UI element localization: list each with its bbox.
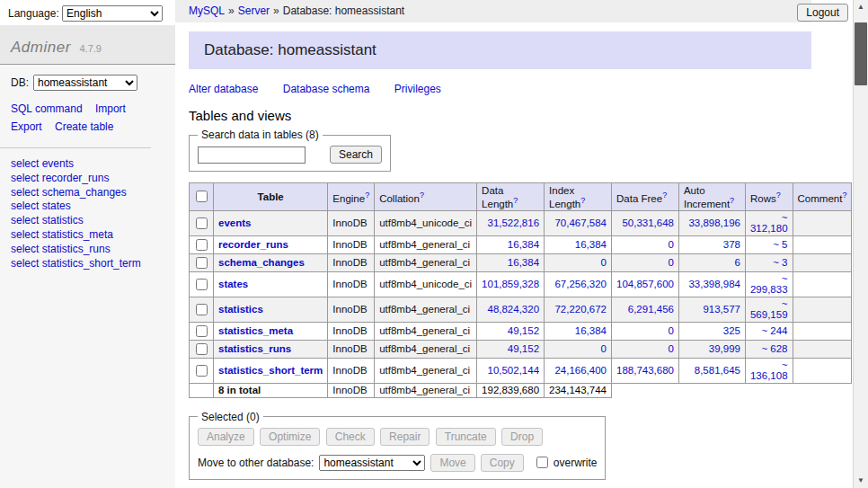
sidebar-select-states[interactable]: select states xyxy=(11,200,164,214)
language-select[interactable]: English xyxy=(62,5,163,22)
data-free-link[interactable]: 50,331,648 xyxy=(622,217,674,228)
table-name-link[interactable]: schema_changes xyxy=(218,257,305,268)
table-name-link[interactable]: statistics xyxy=(218,304,263,315)
data-free-link[interactable]: 6,291,456 xyxy=(628,304,674,315)
index-length-link[interactable]: 16,384 xyxy=(575,325,607,336)
sidebar-select-schema-changes[interactable]: select schema_changes xyxy=(11,186,164,200)
row-checkbox[interactable] xyxy=(196,304,208,315)
auto-increment-link[interactable]: 39,999 xyxy=(709,343,740,354)
rows-link[interactable]: ~ 3 xyxy=(773,257,787,268)
scrollbar-thumb[interactable] xyxy=(855,22,867,85)
data-length-link[interactable]: 49,152 xyxy=(508,343,539,354)
scroll-down-arrow-icon[interactable]: ▼ xyxy=(854,474,868,488)
sidebar-select-recorder-runs[interactable]: select recorder_runs xyxy=(11,172,164,186)
help-link[interactable]: ? xyxy=(580,196,585,205)
rows-link[interactable]: ~ 628 xyxy=(761,343,787,354)
overwrite-checkbox[interactable] xyxy=(536,457,548,468)
data-length-link[interactable]: 16,384 xyxy=(508,239,539,250)
breadcrumb-link-mysql[interactable]: MySQL xyxy=(189,4,225,17)
index-length-link[interactable]: 72,220,672 xyxy=(554,304,607,315)
rows-link[interactable]: ~ 5 xyxy=(773,239,787,250)
help-link[interactable]: ? xyxy=(513,196,518,205)
select-all-checkbox[interactable] xyxy=(196,191,208,202)
sidebar-link-import[interactable]: Import xyxy=(95,102,126,115)
truncate-button[interactable]: Truncate xyxy=(436,428,496,446)
repair-button[interactable]: Repair xyxy=(380,428,430,446)
help-link[interactable]: ? xyxy=(365,191,369,200)
data-free-link[interactable]: 0 xyxy=(669,325,674,336)
move-button[interactable]: Move xyxy=(430,454,474,472)
action-link-alter-database[interactable]: Alter database xyxy=(189,83,258,95)
row-checkbox[interactable] xyxy=(196,325,208,337)
auto-increment-link[interactable]: 913,577 xyxy=(703,304,740,315)
rows-link[interactable]: ~ 136,108 xyxy=(750,359,788,381)
help-link[interactable]: ? xyxy=(420,191,424,200)
data-length-link[interactable]: 10,502,144 xyxy=(487,365,539,376)
auto-increment-link[interactable]: 33,898,196 xyxy=(688,217,740,228)
check-button[interactable]: Check xyxy=(326,428,375,446)
data-length-link[interactable]: 48,824,320 xyxy=(487,304,539,315)
data-free-link[interactable]: 0 xyxy=(669,257,674,268)
sidebar-link-sql-command[interactable]: SQL command xyxy=(11,102,83,115)
help-link[interactable]: ? xyxy=(730,196,734,205)
row-checkbox[interactable] xyxy=(196,217,208,229)
sidebar-link-export[interactable]: Export xyxy=(11,120,42,133)
index-length-link[interactable]: 70,467,584 xyxy=(554,217,607,228)
data-free-link[interactable]: 0 xyxy=(669,343,674,354)
move-database-select[interactable]: homeassistant xyxy=(319,455,425,471)
auto-increment-link[interactable]: 8,581,645 xyxy=(695,365,740,376)
db-select[interactable]: homeassistant xyxy=(33,75,137,91)
index-length-link[interactable]: 0 xyxy=(601,257,607,268)
data-free-link[interactable]: 104,857,600 xyxy=(616,279,674,289)
table-name-link[interactable]: statistics_runs xyxy=(218,343,291,354)
table-name-link[interactable]: events xyxy=(218,217,251,228)
data-length-link[interactable]: 101,859,328 xyxy=(482,279,539,289)
row-checkbox[interactable] xyxy=(196,279,208,290)
sidebar-link-create-table[interactable]: Create table xyxy=(55,120,113,133)
index-length-link[interactable]: 67,256,320 xyxy=(554,279,607,289)
optimize-button[interactable]: Optimize xyxy=(260,428,320,446)
sidebar-select-statistics-meta[interactable]: select statistics_meta xyxy=(11,228,164,243)
row-checkbox[interactable] xyxy=(196,257,208,269)
help-link[interactable]: ? xyxy=(776,191,781,200)
help-link[interactable]: ? xyxy=(662,191,667,200)
table-name-link[interactable]: statistics_short_term xyxy=(218,365,323,376)
drop-button[interactable]: Drop xyxy=(501,428,543,446)
rows-link[interactable]: ~ 312,180 xyxy=(750,212,788,234)
sidebar-select-statistics[interactable]: select statistics xyxy=(11,214,164,228)
action-link-privileges[interactable]: Privileges xyxy=(394,83,441,95)
data-length-link[interactable]: 49,152 xyxy=(508,325,539,336)
action-link-database-schema[interactable]: Database schema xyxy=(283,83,370,95)
auto-increment-link[interactable]: 325 xyxy=(723,325,740,336)
sidebar-select-events[interactable]: select events xyxy=(11,157,164,172)
data-free-link[interactable]: 0 xyxy=(669,239,674,250)
breadcrumb-link-server[interactable]: Server xyxy=(238,4,270,17)
copy-button[interactable]: Copy xyxy=(481,454,524,472)
auto-increment-link[interactable]: 378 xyxy=(723,239,740,250)
table-name-link[interactable]: recorder_runs xyxy=(218,239,288,250)
scrollbar[interactable]: ▲ ▼ xyxy=(853,0,868,488)
table-name-link[interactable]: statistics_meta xyxy=(218,325,293,336)
help-link[interactable]: ? xyxy=(842,191,846,200)
search-input[interactable] xyxy=(198,146,306,164)
analyze-button[interactable]: Analyze xyxy=(198,428,254,446)
sidebar-select-statistics-runs[interactable]: select statistics_runs xyxy=(11,243,164,257)
logout-button[interactable]: Logout xyxy=(797,4,848,22)
index-length-link[interactable]: 16,384 xyxy=(575,239,607,250)
row-checkbox[interactable] xyxy=(196,365,208,377)
search-button[interactable]: Search xyxy=(330,146,382,164)
index-length-link[interactable]: 24,166,400 xyxy=(554,365,607,376)
rows-link[interactable]: ~ 244 xyxy=(761,325,787,336)
table-name-link[interactable]: states xyxy=(218,279,248,289)
auto-increment-link[interactable]: 33,398,984 xyxy=(688,279,740,289)
data-length-link[interactable]: 31,522,816 xyxy=(487,217,539,228)
auto-increment-link[interactable]: 6 xyxy=(735,257,740,268)
row-checkbox[interactable] xyxy=(196,239,208,251)
rows-link[interactable]: ~ 299,833 xyxy=(750,273,788,295)
data-free-link[interactable]: 188,743,680 xyxy=(616,365,674,376)
index-length-link[interactable]: 0 xyxy=(601,343,607,354)
sidebar-select-statistics-short-term[interactable]: select statistics_short_term xyxy=(11,257,164,271)
scroll-up-arrow-icon[interactable]: ▲ xyxy=(854,0,868,14)
row-checkbox[interactable] xyxy=(196,343,208,355)
rows-link[interactable]: ~ 569,159 xyxy=(750,298,788,320)
